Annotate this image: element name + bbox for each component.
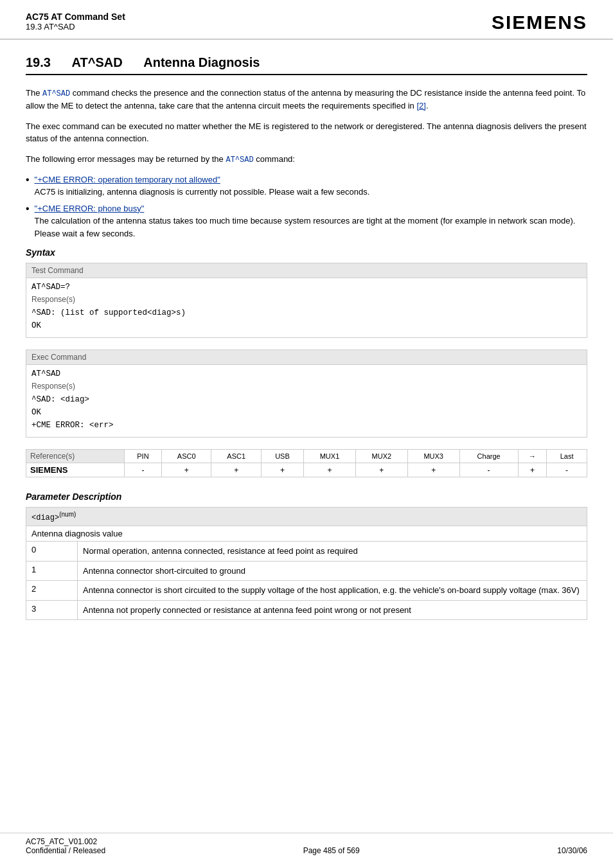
param-table: <diag>(num) Antenna diagnosis value 0 No… bbox=[26, 507, 587, 620]
param-tag-sup: (num) bbox=[59, 511, 76, 518]
exec-command-label: Exec Command bbox=[26, 350, 587, 365]
section-title: AT^SAD bbox=[72, 55, 123, 69]
exec-command-content: AT^SAD Response(s) ^SAD: <diag> OK +CME … bbox=[26, 365, 587, 438]
param-desc-0: Normal operation, antenna connected, res… bbox=[78, 542, 587, 562]
ref-val-usb: + bbox=[261, 463, 303, 477]
ref-col-arrow: → bbox=[518, 450, 547, 463]
ref-val-mux2: + bbox=[355, 463, 407, 477]
exec-response-cme: +CME ERROR: <err> bbox=[31, 421, 114, 430]
ref-col-charge: Charge bbox=[459, 450, 518, 463]
page-footer: AC75_ATC_V01.002 Confidential / Released… bbox=[0, 833, 613, 855]
siemens-logo: SIEMENS bbox=[492, 12, 587, 33]
test-response-caret: ^SAD: (list of supported<diag>s) bbox=[31, 308, 186, 317]
page-header: AC75 AT Command Set 19.3 AT^SAD SIEMENS bbox=[0, 0, 613, 40]
header-title: AC75 AT Command Set bbox=[26, 12, 125, 22]
bullet-desc-2: The calculation of the antenna status ta… bbox=[35, 215, 587, 240]
ref-label: Reference(s) bbox=[26, 450, 125, 463]
footer-left: AC75_ATC_V01.002 Confidential / Released bbox=[26, 837, 105, 855]
param-row-0: 0 Normal operation, antenna connected, r… bbox=[26, 542, 587, 562]
test-command-content: AT^SAD=? Response(s) ^SAD: (list of supp… bbox=[26, 278, 587, 338]
exec-response-label: Response(s) bbox=[31, 382, 75, 391]
bullet-list: • "+CME ERROR: operation temporary not a… bbox=[26, 173, 587, 240]
bullet-item-2: • "+CME ERROR: phone busy" The calculati… bbox=[26, 202, 587, 240]
syntax-heading: Syntax bbox=[26, 247, 587, 258]
ref-col-asc0: ASC0 bbox=[162, 450, 211, 463]
ref-val-mux3: + bbox=[407, 463, 459, 477]
ref-col-pin: PIN bbox=[124, 450, 161, 463]
param-label-row: Antenna diagnosis value bbox=[26, 526, 587, 542]
param-tag: <diag> bbox=[31, 513, 59, 522]
param-desc-3: Antenna not properly connected or resist… bbox=[78, 600, 587, 620]
ref-val-mux1: + bbox=[304, 463, 356, 477]
ref-val-asc0: + bbox=[162, 463, 211, 477]
param-label: Antenna diagnosis value bbox=[26, 526, 587, 542]
param-header-row: <diag>(num) bbox=[26, 508, 587, 526]
param-num-3: 3 bbox=[26, 600, 78, 620]
bullet-dot-1: • bbox=[26, 173, 30, 186]
ref-col-mux3: MUX3 bbox=[407, 450, 459, 463]
intro-para1: The AT^SAD command checks the presence a… bbox=[26, 87, 587, 112]
bullet-item-2-content: "+CME ERROR: phone busy" The calculation… bbox=[35, 202, 587, 240]
test-response-label: Response(s) bbox=[31, 295, 75, 304]
param-heading: Parameter Description bbox=[26, 492, 587, 502]
ref-col-last: Last bbox=[547, 450, 587, 463]
ref-val-arrow: + bbox=[518, 463, 547, 477]
section-heading: 19.3 AT^SAD Antenna Diagnosis bbox=[26, 55, 587, 75]
bullet-link-2: "+CME ERROR: phone busy" bbox=[35, 202, 587, 215]
exec-response-ok: OK bbox=[31, 408, 41, 417]
param-num-0: 0 bbox=[26, 542, 78, 562]
footer-doc-id: AC75_ATC_V01.002 bbox=[26, 837, 105, 846]
ref-value: SIEMENS bbox=[26, 463, 125, 477]
param-num-1: 1 bbox=[26, 561, 78, 581]
param-row-3: 3 Antenna not properly connected or resi… bbox=[26, 600, 587, 620]
footer-page-number: Page 485 of 569 bbox=[303, 846, 360, 855]
main-content: 19.3 AT^SAD Antenna Diagnosis The AT^SAD… bbox=[0, 40, 613, 646]
section-number: 19.3 bbox=[26, 55, 51, 69]
section-subtitle: Antenna Diagnosis bbox=[143, 55, 260, 69]
param-row-1: 1 Antenna connector short-circuited to g… bbox=[26, 561, 587, 581]
ref-col-mux2: MUX2 bbox=[355, 450, 407, 463]
ref-col-asc1: ASC1 bbox=[211, 450, 261, 463]
param-row-2: 2 Antenna connector is short circuited t… bbox=[26, 581, 587, 601]
test-command-label: Test Command bbox=[26, 263, 587, 278]
footer-confidential: Confidential / Released bbox=[26, 846, 105, 855]
ref-link-2[interactable]: [2] bbox=[416, 101, 425, 111]
footer-date: 10/30/06 bbox=[557, 846, 587, 855]
intro-para3: The following error messages may be retu… bbox=[26, 153, 587, 166]
header-subtitle: 19.3 AT^SAD bbox=[26, 22, 125, 31]
ref-val-charge: - bbox=[459, 463, 518, 477]
ref-val-last: - bbox=[547, 463, 587, 477]
bullet-item-1: • "+CME ERROR: operation temporary not a… bbox=[26, 173, 587, 199]
syntax-exec-table: Exec Command AT^SAD Response(s) ^SAD: <d… bbox=[26, 350, 587, 438]
bullet-dot-2: • bbox=[26, 202, 30, 215]
param-num-2: 2 bbox=[26, 581, 78, 601]
bullet-item-1-content: "+CME ERROR: operation temporary not all… bbox=[35, 173, 370, 199]
para3-suffix: command: bbox=[254, 154, 295, 164]
header-left: AC75 AT Command Set 19.3 AT^SAD bbox=[26, 12, 125, 31]
para3-prefix: The following error messages may be retu… bbox=[26, 154, 226, 164]
test-response-ok: OK bbox=[31, 321, 41, 330]
ref-val-pin: - bbox=[124, 463, 161, 477]
ref-col-usb: USB bbox=[261, 450, 303, 463]
param-desc-2: Antenna connector is short circuited to … bbox=[78, 581, 587, 601]
ref-val-asc1: + bbox=[211, 463, 261, 477]
param-desc-1: Antenna connector short-circuited to gro… bbox=[78, 561, 587, 581]
bullet-desc-1: AC75 is initializing, antenna diagnosis … bbox=[35, 186, 370, 199]
intro-para2: The exec command can be executed no matt… bbox=[26, 120, 587, 145]
inline-code-at-sad-1: AT^SAD bbox=[42, 89, 70, 98]
inline-code-at-sad-2: AT^SAD bbox=[226, 155, 253, 164]
ref-col-mux1: MUX1 bbox=[304, 450, 356, 463]
param-tag-cell: <diag>(num) bbox=[26, 508, 587, 526]
exec-cmd: AT^SAD bbox=[31, 369, 60, 378]
bullet-link-1: "+CME ERROR: operation temporary not all… bbox=[35, 173, 370, 186]
exec-response-sad: ^SAD: <diag> bbox=[31, 395, 89, 404]
reference-table: Reference(s) PIN ASC0 ASC1 USB MUX1 MUX2… bbox=[26, 449, 587, 477]
test-cmd: AT^SAD=? bbox=[31, 283, 70, 292]
syntax-test-table: Test Command AT^SAD=? Response(s) ^SAD: … bbox=[26, 263, 587, 338]
